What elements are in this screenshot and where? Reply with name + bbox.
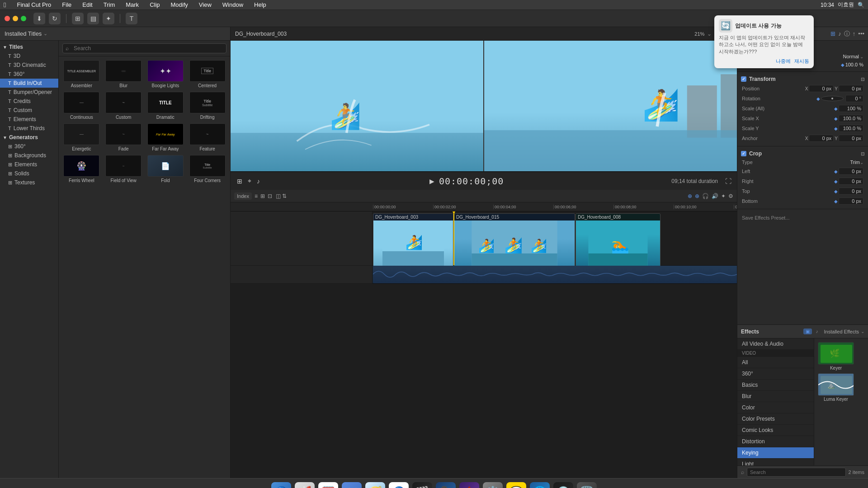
tl-sort-btn[interactable]: ⇅ [282,193,287,199]
play-btn[interactable]: ▶ [429,177,435,186]
title-thumb-energetic[interactable]: — Energetic [62,123,101,151]
effects-category-distortion[interactable]: Distortion [737,436,814,447]
effects-search-input[interactable] [747,468,846,477]
sidebar-item-3d[interactable]: T 3D [0,52,58,61]
menu-file[interactable]: File [60,1,73,8]
crop-left-value[interactable]: 0 px [839,168,863,175]
insp-video-btn[interactable]: ⊞ [830,30,835,37]
tl-list-btn[interactable]: ≡ [255,193,258,199]
title-thumb-fieldofview[interactable]: ~ Field of View [104,155,143,183]
sidebar-item-360[interactable]: T 360° [0,70,58,79]
scale-y-value[interactable]: 100.0 % [839,125,863,132]
crop-right-value[interactable]: 0 px [839,178,863,185]
title-thumb-drifting[interactable]: Title Subtitle Drifting [188,92,226,120]
title-thumb-continuous[interactable]: — Continuous [62,92,101,120]
fullscreen-preview-btn[interactable]: ⛶ [725,178,731,185]
tl-audio-btn[interactable]: 🔊 [712,193,718,199]
title-thumb-boogie[interactable]: ✦✦ Boogie Lights [146,60,185,88]
audio-btn[interactable]: ♪ [256,177,261,186]
tl-zoom-in-btn[interactable]: ⊕ [695,193,699,199]
sidebar-item-3d-cinematic[interactable]: T 3D Cinematic [0,61,58,70]
dock-whale-browser[interactable]: 🌐 [530,482,550,488]
screen-mode-btn[interactable]: ⊞ [236,177,243,186]
tl-view-btn[interactable]: ◫ [276,193,281,199]
fullscreen-button[interactable] [21,16,26,21]
title-thumb-farfaraway[interactable]: Far Far Away Far Far Away [146,123,185,151]
sidebar-item-gen-elements[interactable]: ⊞ Elements [0,160,58,169]
menubar-search-icon[interactable]: 🔍 [858,2,864,8]
clip-hoverboard-008[interactable]: DG_Hoverboard_008 🏊 [576,213,660,267]
index-btn[interactable]: Index [234,192,252,200]
effects-category-keying[interactable]: Keying [737,447,814,459]
sidebar-item-textures[interactable]: ⊞ Textures [0,178,58,187]
position-y-value[interactable]: 0 px [839,85,863,92]
toolbar-browser-btn[interactable]: ▤ [87,13,99,24]
title-thumb-fade[interactable]: ~ Fade [104,123,143,151]
dock-fcpx[interactable]: 🎬 [412,482,432,488]
dock-safari[interactable]: 🧭 [365,482,385,488]
clip-hoverboard-015[interactable]: DG_Hoverboard_015 🏄 🏄 🏄 [454,213,575,267]
sidebar-item-lower-thirds[interactable]: T Lower Thirds [0,124,58,133]
title-thumb-assembler[interactable]: TITLE ASSEMBLER Assembler [62,60,101,88]
toolbar-libraries-btn[interactable]: ⊞ [72,13,84,24]
menu-view[interactable]: View [197,1,213,8]
sidebar-item-elements[interactable]: T Elements [0,115,58,124]
zoom-dropdown-icon[interactable]: ⌄ [707,31,712,37]
toolbar-download-btn[interactable]: ⬇ [33,13,45,24]
sidebar-item-solids[interactable]: ⊞ Solids [0,169,58,178]
scale-x-value[interactable]: 100.0 % [839,115,863,122]
anchor-x-value[interactable]: 0 px [809,135,834,142]
notif-btn-restart[interactable]: 재시동 [794,58,809,65]
insp-audio-btn[interactable]: ♪ [838,30,841,37]
menu-trim[interactable]: Trim [102,1,117,8]
menu-edit[interactable]: Edit [80,1,94,8]
title-thumb-blur[interactable]: — Blur [104,60,143,88]
close-button[interactable] [5,16,10,21]
tl-zoom-out-btn[interactable]: ⊕ [688,193,692,199]
dock-finder[interactable]: 🔵 [271,482,291,488]
toolbar-titles-btn[interactable]: T [126,13,137,24]
search-input[interactable] [62,43,226,53]
menu-mark[interactable]: Mark [124,1,141,8]
insp-more-btn[interactable]: ••• [858,30,864,37]
dock-trash[interactable]: 🗑️ [577,482,597,488]
title-thumb-custom[interactable]: ~ Custom [104,92,143,120]
menu-fcpx[interactable]: Final Cut Pro [15,1,53,8]
minimize-button[interactable] [13,16,18,21]
anchor-y-value[interactable]: 0 px [839,135,863,142]
sidebar-item-gen-360[interactable]: ⊞ 360° [0,142,58,151]
tl-grid-btn[interactable]: ⊞ [260,193,265,199]
dock-music[interactable]: 💿 [553,482,573,488]
effects-category-basics[interactable]: Basics [737,380,814,391]
tl-effects-btn[interactable]: ✦ [721,193,726,199]
menu-clip[interactable]: Clip [148,1,161,8]
tl-settings-btn[interactable]: ⚙ [728,193,733,199]
title-thumb-dramatic[interactable]: TITLE Dramatic [146,92,185,120]
scale-all-value[interactable]: 100 % [839,105,863,112]
sidebar-item-bumper[interactable]: T Bumper/Opener [0,88,58,97]
title-thumb-feature[interactable]: ~ Feature [188,123,226,151]
sidebar-item-credits[interactable]: T Credits [0,97,58,106]
sidebar-item-custom[interactable]: T Custom [0,106,58,115]
playhead[interactable] [453,211,454,265]
title-thumb-fold[interactable]: 📄 Fold [146,155,185,183]
save-effects-preset-btn[interactable]: Save Effects Preset... [742,215,790,221]
clip-hoverboard-003[interactable]: DG_Hoverboard_003 🏄 [373,213,453,267]
rotation-value[interactable]: 0 ° [845,95,863,102]
effects-tab-video[interactable]: ▣ [803,328,812,334]
effects-category-light[interactable]: Light [737,459,814,465]
sidebar-item-backgrounds[interactable]: ⊞ Backgrounds [0,151,58,160]
dock-imovie[interactable]: 🎥 [436,482,456,488]
dock-settings[interactable]: ⚙️ [483,482,503,488]
toolbar-refresh-btn[interactable]: ↻ [49,13,61,24]
effects-category-blur[interactable]: Blur [737,391,814,402]
dock-kakao[interactable]: 💬 [506,482,526,488]
effect-thumb-luma-keyer[interactable]: ⛰️ Luma Keyer [818,373,854,402]
title-thumb-centered[interactable]: Title Centered [188,60,226,88]
position-x-value[interactable]: 0 px [809,85,834,92]
menu-window[interactable]: Window [221,1,245,8]
sidebar-titles-section[interactable]: ▼ Titles [0,42,58,52]
dock-castle-game[interactable]: 🏰 [459,482,479,488]
crop-top-value[interactable]: 0 px [839,188,863,195]
dock-calendar[interactable]: 🗓️ [318,482,338,488]
